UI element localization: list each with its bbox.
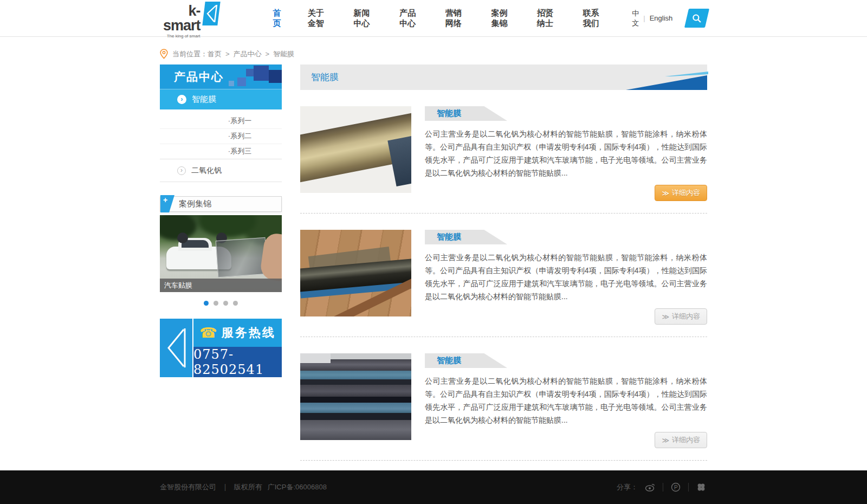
product-image-film-on-floor[interactable] [300, 230, 411, 316]
nav-about[interactable]: 关于金智 [308, 4, 330, 33]
case-collection-widget: + 案例集锦 汽车贴膜 [160, 196, 282, 306]
logo-tagline: The king of smart [160, 34, 200, 38]
product-image-film-rolls[interactable] [300, 353, 411, 440]
hotline-k-icon [160, 319, 193, 377]
case-collection-header: + 案例集锦 [160, 196, 282, 212]
nav-cases[interactable]: 案例集锦 [491, 4, 513, 33]
series-item-2[interactable]: ·系列二 [160, 129, 282, 144]
product-description: 公司主营业务是以二氧化钒为核心材料的智能节能贴膜，智能节能涂料，纳米粉体等。公司… [425, 127, 707, 179]
phone-icon: ☎ [199, 326, 217, 340]
product-center-header: 产品中心 [160, 64, 282, 89]
triangle-decoration-light [665, 72, 708, 76]
site-footer: 金智股份有限公司 ｜ 版权所有 广ICP备:06006808 分享： P [0, 470, 867, 504]
nav-marketing[interactable]: 营销网络 [445, 4, 468, 33]
product-row: 智能膜 公司主营业务是以二氧化钒为核心材料的智能节能贴膜，智能节能涂料，纳米粉体… [300, 214, 707, 337]
carousel-dots [160, 301, 282, 306]
plus-icon: + [160, 195, 174, 212]
page-title-bar: 智能膜 [300, 64, 707, 90]
main-content: 智能膜 智能膜 公司主营业务是以二氧化钒为核心材料的智能节能贴膜，智能节能涂料，… [300, 64, 707, 461]
svg-text:P: P [674, 484, 678, 490]
film-photo-shape [216, 237, 268, 277]
p-circle-icon[interactable]: P [670, 481, 682, 493]
share-label: 分享： [617, 482, 638, 492]
carousel-dot-4[interactable] [233, 301, 238, 306]
pixel-decoration [269, 70, 282, 83]
product-description: 公司主营业务是以二氧化钒为核心材料的智能节能贴膜，智能节能涂料，纳米粉体等。公司… [425, 251, 707, 303]
pixel-decoration [237, 77, 246, 86]
breadcrumb: 当前位置： 首页 > 产品中心 > 智能膜 [160, 49, 707, 59]
breadcrumb-home[interactable]: 首页 [208, 49, 222, 59]
carousel-dot-1[interactable] [204, 301, 209, 306]
product-title-badge: 智能膜 [425, 353, 507, 368]
pixel-decoration [246, 69, 254, 76]
page-title: 智能膜 [311, 71, 339, 83]
double-chevron-icon: ≫ [662, 436, 669, 444]
nav-products[interactable]: 产品中心 [399, 4, 422, 33]
lang-en[interactable]: English [650, 14, 673, 22]
case-caption: 汽车贴膜 [160, 279, 282, 292]
product-image-gold-film[interactable] [300, 106, 411, 193]
sidebar: 产品中心 › 智能膜 ·系列一 ·系列二 ·系列三 › 二氧化钒 + 案例集锦 [160, 64, 282, 377]
footer-copyright: 版权所有 [234, 482, 262, 492]
lang-divider: | [643, 14, 645, 22]
nav-news[interactable]: 新闻中心 [353, 4, 376, 33]
lang-zh[interactable]: 中文 [632, 9, 639, 28]
footer-icp: 广ICP备:06006808 [268, 482, 327, 492]
pixel-decoration [229, 81, 234, 86]
double-chevron-icon: ≫ [662, 189, 669, 197]
case-carousel-image[interactable]: 汽车贴膜 [160, 215, 282, 292]
series-item-3[interactable]: ·系列三 [160, 144, 282, 159]
triangle-decoration-dark [626, 75, 707, 90]
site-header: k-smart The king of smart 首页 关于金智 新闻中心 产… [0, 0, 867, 37]
footer-divider: ｜ [222, 482, 229, 492]
service-hotline-banner: ☎ 服务热线 0757-82502541 [160, 319, 282, 377]
arrow-circle-icon: › [177, 166, 186, 175]
product-row: 智能膜 公司主营业务是以二氧化钒为核心材料的智能节能贴膜，智能节能涂料，纳米粉体… [300, 337, 707, 461]
carousel-dot-3[interactable] [223, 301, 228, 306]
product-row: 智能膜 公司主营业务是以二氧化钒为核心材料的智能节能贴膜，智能节能涂料，纳米粉体… [300, 90, 707, 214]
nav-jobs[interactable]: 招贤纳士 [537, 4, 559, 33]
language-switch: 中文 | English [632, 9, 672, 28]
weibo-icon[interactable] [644, 481, 656, 493]
breadcrumb-label: 当前位置： [172, 49, 208, 59]
arrow-circle-icon: › [177, 95, 186, 104]
main-nav: 首页 关于金智 新闻中心 产品中心 营销网络 案例集锦 招贤纳士 联系我们 [261, 4, 617, 33]
product-title-badge: 智能膜 [425, 106, 507, 121]
double-chevron-icon: ≫ [662, 313, 669, 321]
product-description: 公司主营业务是以二氧化钒为核心材料的智能节能贴膜，智能节能涂料，纳米粉体等。公司… [425, 374, 707, 427]
detail-button[interactable]: ≫ 详细内容 [655, 185, 707, 201]
series-list: ·系列一 ·系列二 ·系列三 [160, 109, 282, 159]
detail-button[interactable]: ≫ 详细内容 [655, 432, 707, 448]
series-item-1[interactable]: ·系列一 [160, 114, 282, 129]
pixel-decoration [254, 66, 269, 81]
breadcrumb-current[interactable]: 智能膜 [273, 49, 294, 59]
location-pin-icon [160, 49, 168, 59]
carousel-dot-2[interactable] [213, 301, 218, 306]
footer-company: 金智股份有限公司 [160, 482, 216, 492]
logo-k-icon [202, 2, 220, 25]
hotline-number: 0757-82502541 [193, 347, 282, 377]
logo-name: k-smart [160, 4, 200, 33]
logo[interactable]: k-smart The king of smart [160, 0, 219, 38]
search-icon [692, 14, 702, 23]
clover-icon[interactable] [695, 481, 707, 493]
sidebar-item-smart-film[interactable]: › 智能膜 [160, 89, 282, 109]
hotline-label: 服务热线 [222, 325, 276, 341]
nav-home[interactable]: 首页 [273, 4, 284, 33]
breadcrumb-product-center[interactable]: 产品中心 [234, 49, 262, 59]
detail-button[interactable]: ≫ 详细内容 [655, 308, 707, 325]
nav-contact[interactable]: 联系我们 [583, 4, 605, 33]
search-button[interactable] [684, 9, 709, 28]
case-collection-title: 案例集锦 [179, 199, 211, 209]
product-title-badge: 智能膜 [425, 230, 507, 244]
sidebar-item-vanadium-dioxide[interactable]: › 二氧化钒 [160, 159, 282, 182]
